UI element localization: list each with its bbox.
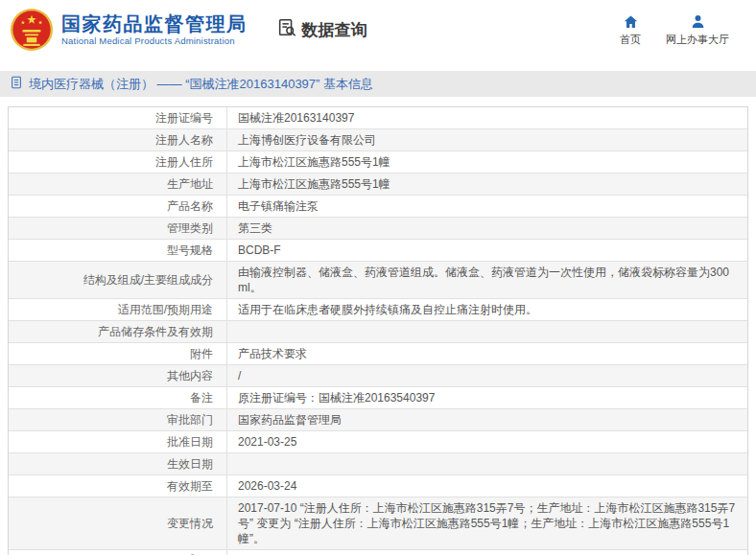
row-label: 型号规格 bbox=[9, 240, 227, 261]
row-label: 适用范围/预期用途 bbox=[9, 299, 227, 320]
top-nav: 首页 网上办事大厅 bbox=[620, 13, 743, 47]
row-structure-composition: 结构及组成/主要组成成分 由输液控制器、储液盒、药液管道组成。储液盒、药液管道为… bbox=[9, 262, 747, 299]
row-effective-date: 生效日期 bbox=[9, 453, 747, 475]
row-value: 第三类 bbox=[227, 218, 747, 239]
row-label: 管理类别 bbox=[9, 218, 227, 239]
row-label: 注 bbox=[9, 550, 227, 555]
home-icon bbox=[623, 13, 639, 30]
user-icon bbox=[690, 13, 706, 30]
row-value bbox=[227, 453, 747, 474]
row-label: 结构及组成/主要组成成分 bbox=[9, 262, 227, 298]
row-attachment: 附件 产品技术要求 bbox=[9, 343, 747, 365]
row-approval-date: 批准日期 2021-03-25 bbox=[9, 431, 747, 453]
row-value: 国家药品监督管理局 bbox=[227, 409, 747, 430]
row-registrant-name: 注册人名称 上海博创医疗设备有限公司 bbox=[9, 129, 747, 151]
row-intended-use: 适用范围/预期用途 适用于在临床患者硬膜外持续镇痛及自控止痛注射时使用。 bbox=[9, 299, 747, 321]
row-value: 2017-07-10 “注册人住所：上海市松江区施惠路315弄7号；生产地址：上… bbox=[227, 497, 747, 549]
row-registrant-address: 注册人住所 上海市松江区施惠路555号1幢 bbox=[9, 151, 747, 173]
row-label: 产品储存条件及有效期 bbox=[9, 321, 227, 342]
site-subtitle: National Medical Products Administration bbox=[61, 35, 248, 46]
national-emblem-logo bbox=[10, 8, 54, 52]
row-remarks: 备注 原注册证编号：国械注准20163540397 bbox=[9, 387, 747, 409]
row-label: 生效日期 bbox=[9, 453, 227, 474]
row-label: 审批部门 bbox=[9, 409, 227, 430]
site-title: 国家药品监督管理局 bbox=[61, 13, 248, 35]
row-label: 注册人名称 bbox=[9, 129, 227, 150]
row-value: 产品技术要求 bbox=[227, 343, 747, 364]
row-label: 注册证编号 bbox=[9, 107, 227, 128]
row-value: / bbox=[227, 365, 747, 386]
row-registration-number: 注册证编号 国械注准20163140397 bbox=[9, 107, 747, 129]
row-value: 2026-03-24 bbox=[227, 475, 747, 497]
row-value: 上海博创医疗设备有限公司 bbox=[227, 129, 747, 150]
row-value: 国械注准20163140397 bbox=[227, 107, 747, 128]
row-label: 变更情况 bbox=[9, 497, 227, 549]
row-label: 备注 bbox=[9, 387, 227, 408]
registration-info-table: 注册证编号 国械注准20163140397 注册人名称 上海博创医疗设备有限公司… bbox=[8, 106, 748, 555]
row-value: 上海市松江区施惠路555号1幢 bbox=[227, 151, 747, 173]
row-value: 由输液控制器、储液盒、药液管道组成。储液盒、药液管道为一次性使用，储液袋标称容量… bbox=[227, 262, 747, 298]
row-other-content: 其他内容 / bbox=[9, 365, 747, 387]
row-note: 注 详情 bbox=[9, 550, 747, 555]
brand: 国家药品监督管理局 National Medical Products Admi… bbox=[10, 8, 248, 52]
row-model-spec: 型号规格 BCDB-F bbox=[9, 240, 747, 262]
data-query-button[interactable]: 数据查询 bbox=[276, 17, 367, 43]
row-value: 详情 bbox=[227, 550, 747, 555]
row-label: 生产地址 bbox=[9, 173, 227, 195]
document-icon bbox=[10, 76, 23, 92]
row-approval-department: 审批部门 国家药品监督管理局 bbox=[9, 409, 747, 431]
row-label: 其他内容 bbox=[9, 365, 227, 386]
breadcrumb-text: 境内医疗器械（注册） —— “国械注准20163140397” 基本信息 bbox=[29, 76, 373, 93]
row-label: 批准日期 bbox=[9, 431, 227, 452]
row-value: 上海市松江区施惠路555号1幢 bbox=[227, 173, 747, 195]
row-management-category: 管理类别 第三类 bbox=[9, 218, 747, 240]
row-label: 产品名称 bbox=[9, 196, 227, 217]
page-header: 国家药品监督管理局 National Medical Products Admi… bbox=[0, 0, 756, 59]
row-product-name: 产品名称 电子镇痛输注泵 bbox=[9, 196, 747, 218]
row-storage-conditions: 产品储存条件及有效期 bbox=[9, 321, 747, 343]
row-value: 电子镇痛输注泵 bbox=[227, 196, 747, 217]
row-production-address: 生产地址 上海市松江区施惠路555号1幢 bbox=[9, 173, 747, 196]
nav-home-label: 首页 bbox=[620, 33, 641, 47]
row-label: 注册人住所 bbox=[9, 151, 227, 173]
nav-home[interactable]: 首页 bbox=[620, 13, 641, 47]
row-value: 原注册证编号：国械注准20163540397 bbox=[227, 387, 747, 408]
row-label: 附件 bbox=[9, 343, 227, 364]
row-value: 适用于在临床患者硬膜外持续镇痛及自控止痛注射时使用。 bbox=[227, 299, 747, 320]
breadcrumb: 境内医疗器械（注册） —— “国械注准20163140397” 基本信息 bbox=[0, 71, 756, 97]
data-query-label: 数据查询 bbox=[302, 19, 367, 41]
row-value: 2021-03-25 bbox=[227, 431, 747, 452]
brand-text: 国家药品监督管理局 National Medical Products Admi… bbox=[61, 13, 248, 46]
document-search-icon bbox=[276, 17, 297, 43]
nav-service-hall[interactable]: 网上办事大厅 bbox=[666, 13, 729, 47]
row-value bbox=[227, 321, 747, 342]
row-label: 有效期至 bbox=[9, 475, 227, 497]
row-expiry-date: 有效期至 2026-03-24 bbox=[9, 475, 747, 497]
row-change-history: 变更情况 2017-07-10 “注册人住所：上海市松江区施惠路315弄7号；生… bbox=[9, 497, 747, 550]
nav-service-hall-label: 网上办事大厅 bbox=[666, 33, 729, 47]
row-value: BCDB-F bbox=[227, 240, 747, 261]
